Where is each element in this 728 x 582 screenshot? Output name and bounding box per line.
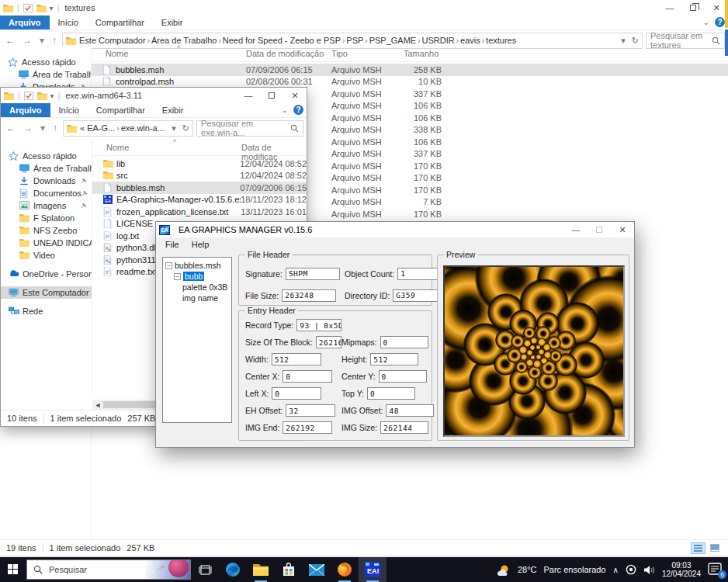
tree-node-palette-0x3B[interactable]: palette 0x3B — [163, 282, 231, 293]
close-button[interactable]: ✕ — [611, 222, 634, 237]
field-value-img-end-[interactable]: 262192 — [283, 421, 332, 434]
ribbon-tab-compartilhar[interactable]: Compartilhar — [87, 16, 153, 29]
back-button[interactable]: ← — [4, 123, 18, 133]
field-value-left-x-[interactable]: 0 — [272, 387, 321, 400]
search-input[interactable]: Pesquisar em exe.win-a... — [196, 120, 303, 137]
field-value-img-offset-[interactable]: 48 — [386, 404, 434, 417]
breadcrumb-item[interactable]: PSP — [345, 36, 365, 45]
taskbar-edge-button[interactable] — [219, 557, 247, 582]
tree-node-bubb[interactable]: −bubb — [163, 271, 231, 282]
column-header-tipo[interactable]: Tipo — [331, 49, 348, 58]
help-icon[interactable]: ? — [293, 105, 303, 115]
field-value-record-type-[interactable]: 93 | 0x5D | 8-BIT IMG + PAL + — [296, 319, 341, 331]
field-value-size-of-the-block-[interactable]: 262160 — [316, 336, 341, 348]
sidebar-item-downloads[interactable]: Downloads — [1, 175, 92, 187]
back-button[interactable]: ← — [3, 35, 17, 46]
field-value-directory-id-[interactable]: G359 — [393, 289, 441, 302]
minimize-button[interactable]: — — [658, 0, 681, 16]
tree-collapse-icon[interactable]: − — [174, 273, 181, 280]
column-header-data-de-modifica-o[interactable]: Data de modificação — [246, 49, 324, 58]
field-value-height-[interactable]: 512 — [370, 353, 418, 365]
ribbon-tab-compartilhar[interactable]: Compartilhar — [88, 103, 154, 117]
up-button[interactable]: ↑ — [50, 123, 60, 133]
close-button[interactable]: ✕ — [283, 88, 307, 103]
start-button[interactable] — [0, 557, 26, 582]
field-value-top-y-[interactable]: 0 — [367, 387, 415, 400]
properties-check-icon[interactable] — [24, 92, 34, 100]
folder-small-icon[interactable] — [37, 92, 47, 100]
taskbar-store-button[interactable] — [275, 557, 303, 582]
folder-small-icon[interactable] — [36, 4, 47, 12]
file-row-frozen_application_license.txt[interactable]: frozen_application_license.txt13/11/2023… — [92, 206, 307, 218]
menu-file[interactable]: File — [160, 239, 185, 250]
help-icon[interactable]: ? — [715, 17, 725, 27]
tray-condition[interactable]: Parc ensolarado — [544, 565, 606, 574]
breadcrumb-item[interactable]: « EA-G... — [78, 123, 116, 133]
ribbon-tab-exibir[interactable]: Exibir — [153, 16, 192, 29]
minimize-button[interactable]: — — [237, 88, 260, 103]
file-row-bubbles.msh[interactable]: bubbles.msh07/09/2006 06:15Arquivo MSH25… — [92, 64, 728, 76]
maximize-button[interactable] — [588, 222, 611, 237]
address-dropdown-icon[interactable]: ▾ — [621, 36, 626, 46]
field-value-eh-offset-[interactable]: 32 — [286, 404, 335, 417]
up-button[interactable]: ↑ — [50, 35, 59, 46]
recent-dropdown-icon[interactable]: ▾ — [37, 35, 47, 46]
properties-check-icon[interactable] — [23, 4, 33, 12]
file-row-controlpad.msh[interactable]: controlpad.msh02/08/2006 00:31Arquivo MS… — [92, 76, 728, 88]
taskbar-ea-app-button[interactable]: EA! — [359, 557, 387, 582]
record-tray-icon[interactable] — [626, 564, 636, 575]
breadcrumb-item[interactable]: Área de Trabalho — [150, 36, 218, 45]
ribbon-expand-icon[interactable]: ⌄ — [703, 18, 709, 26]
file-row-src[interactable]: src12/04/2024 08:52 — [92, 170, 307, 182]
taskbar-search-input[interactable]: Pesquisar — [26, 559, 191, 580]
column-header-nome[interactable]: Nome — [106, 49, 128, 58]
forward-button[interactable]: → — [21, 123, 35, 133]
breadcrumb-item[interactable]: PSP_GAME — [368, 36, 418, 45]
taskbar-task-view-button[interactable] — [191, 557, 219, 582]
taskbar-file-explorer-button[interactable] — [247, 557, 275, 582]
tray-expand-icon[interactable]: ∧ — [613, 566, 619, 574]
sidebar-item-acesso-r-pido[interactable]: Acesso rápido — [0, 56, 91, 68]
tree-node-img-name[interactable]: img name — [163, 293, 231, 303]
file-row-lib[interactable]: lib12/04/2024 08:52 — [92, 158, 307, 170]
breadcrumb-item[interactable]: exe.win-a... — [120, 123, 166, 133]
sidebar-item-unead-indica[interactable]: UNEAD INDICA — [1, 237, 92, 249]
tree-collapse-icon[interactable]: − — [165, 262, 172, 269]
restore-button[interactable] — [681, 0, 705, 16]
refresh-icon[interactable]: ↻ — [182, 123, 189, 133]
refresh-icon[interactable]: ↻ — [632, 36, 639, 46]
field-value-width-[interactable]: 512 — [272, 353, 321, 365]
recent-dropdown-icon[interactable]: ▾ — [38, 123, 47, 133]
taskbar-firefox-button[interactable] — [331, 557, 359, 582]
column-header-nome[interactable]: Nome — [106, 143, 129, 152]
sidebar-item-rede[interactable]: Rede — [1, 305, 92, 317]
qat-dropdown-icon[interactable]: ▾ — [50, 92, 54, 100]
tray-temperature[interactable]: 28°C — [518, 565, 537, 574]
field-value-img-size-[interactable]: 262144 — [380, 421, 428, 434]
breadcrumb-item[interactable]: eavis — [459, 36, 482, 45]
field-value-mipmaps-[interactable]: 0 — [380, 336, 428, 348]
field-value-file-size-[interactable]: 263248 — [282, 289, 336, 302]
sidebar-item-nfs-zeebo[interactable]: NFS Zeebo — [1, 224, 92, 237]
breadcrumb-item[interactable]: USRDIR — [421, 36, 456, 45]
forward-button[interactable]: → — [20, 35, 34, 46]
sidebar-item--rea-de-trabalho[interactable]: Área de Trabalho — [0, 68, 91, 81]
file-row-EA-Graphics-Manager-v0.15.6.exe[interactable]: EAEA-Graphics-Manager-v0.15.6.exe18/11/2… — [92, 194, 307, 206]
column-header-tamanho[interactable]: Tamanho — [404, 49, 439, 58]
breadcrumb-item[interactable]: Need for Speed - Zeebo e PSP — [221, 36, 342, 45]
ribbon-expand-icon[interactable]: ⌄ — [282, 106, 288, 114]
sidebar-item-video[interactable]: Video — [1, 249, 92, 262]
breadcrumb-item[interactable]: Este Computador — [78, 36, 147, 45]
menu-help[interactable]: Help — [186, 239, 215, 250]
ribbon-tab-arquivo[interactable]: Arquivo — [0, 16, 50, 29]
sidebar-item-acesso-r-pido[interactable]: Acesso rápido — [1, 150, 92, 162]
scroll-left-icon[interactable]: ◄ — [92, 401, 103, 409]
ribbon-tab-início[interactable]: Início — [50, 103, 88, 117]
qat-dropdown-icon[interactable]: ▾ — [50, 4, 54, 12]
minimize-button[interactable]: — — [564, 222, 588, 237]
field-value-center-y-[interactable]: 0 — [379, 370, 427, 383]
details-view-button[interactable] — [691, 542, 705, 554]
breadcrumb[interactable]: « EA-G...›exe.win-a... ▾ ↻ — [63, 120, 193, 137]
sidebar-item-f-splatoon[interactable]: F Splatoon — [1, 212, 92, 224]
address-dropdown-icon[interactable]: ▾ — [172, 123, 176, 133]
